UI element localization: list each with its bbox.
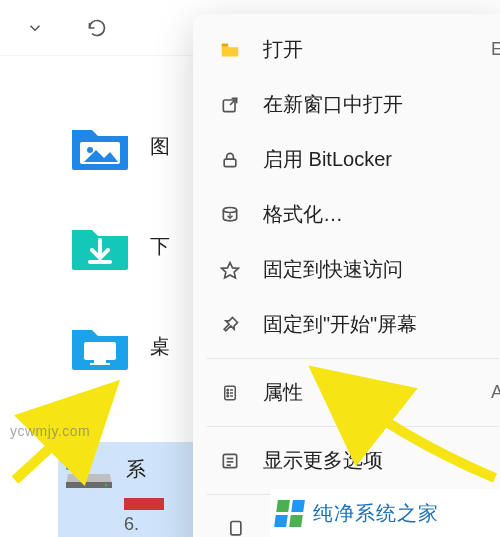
item-downloads[interactable]: 下 [70, 220, 190, 272]
menu-show-more[interactable]: 显示更多选项 [193, 433, 500, 488]
pin-icon [219, 314, 241, 336]
pictures-folder-icon [70, 120, 130, 172]
menu-format[interactable]: 格式化… [193, 187, 500, 242]
more-options-icon [219, 450, 241, 472]
menu-separator [207, 358, 499, 359]
drive-label: 系 [126, 456, 146, 483]
svg-rect-10 [77, 461, 83, 467]
svg-point-21 [227, 392, 229, 394]
svg-point-16 [223, 207, 236, 212]
downloads-folder-icon [70, 220, 130, 272]
menu-open-new-window[interactable]: 在新窗口中打开 [193, 77, 500, 132]
drive-item[interactable]: 系 6. [58, 442, 193, 537]
refresh-icon[interactable] [86, 17, 108, 39]
svg-marker-17 [222, 262, 239, 277]
menu-label: 在新窗口中打开 [263, 91, 487, 118]
menu-label: 固定到快速访问 [263, 256, 487, 283]
svg-rect-5 [90, 363, 110, 365]
format-icon [219, 204, 241, 226]
menu-pin-start[interactable]: 固定到"开始"屏幕 [193, 297, 500, 352]
menu-label: 打开 [263, 36, 487, 63]
svg-point-23 [227, 395, 229, 397]
properties-icon [219, 382, 241, 404]
svg-rect-15 [224, 159, 236, 167]
context-menu: 打开 E 在新窗口中打开 启用 BitLocker 格式化… 固定到快速访问 固… [193, 14, 500, 537]
menu-label: 启用 BitLocker [263, 146, 487, 173]
svg-rect-9 [69, 461, 75, 467]
folder-open-icon [219, 39, 241, 61]
menu-label: 格式化… [263, 201, 487, 228]
svg-point-1 [87, 147, 93, 153]
menu-accel: A [491, 382, 500, 403]
item-label: 桌 [150, 333, 170, 360]
item-label: 图 [150, 133, 170, 160]
item-label: 下 [150, 233, 170, 260]
file-items: 图 下 桌 [70, 120, 190, 420]
svg-rect-3 [84, 342, 116, 360]
menu-label: 固定到"开始"屏幕 [263, 311, 487, 338]
menu-accel: E [491, 39, 500, 60]
menu-label: 显示更多选项 [263, 447, 487, 474]
item-desktop[interactable]: 桌 [70, 320, 190, 372]
copy-icon[interactable] [223, 517, 247, 537]
svg-point-19 [227, 389, 229, 391]
bitlocker-icon [219, 149, 241, 171]
drive-subtext: 6. [124, 514, 187, 535]
menu-bitlocker[interactable]: 启用 BitLocker [193, 132, 500, 187]
menu-properties[interactable]: 属性 A [193, 365, 500, 420]
menu-open[interactable]: 打开 E [193, 22, 500, 77]
svg-rect-4 [94, 360, 106, 363]
svg-rect-13 [222, 43, 228, 46]
menu-pin-quick-access[interactable]: 固定到快速访问 [193, 242, 500, 297]
open-new-window-icon [219, 94, 241, 116]
brand-logo-icon [274, 500, 305, 527]
drive-icon [64, 448, 114, 490]
watermark: ycwmjy.com [10, 423, 90, 439]
svg-rect-8 [77, 453, 83, 459]
item-pictures[interactable]: 图 [70, 120, 190, 172]
svg-rect-29 [231, 522, 241, 535]
svg-rect-7 [69, 453, 75, 459]
menu-label: 属性 [263, 379, 487, 406]
star-icon [219, 259, 241, 281]
desktop-folder-icon [70, 320, 130, 372]
svg-point-12 [105, 484, 108, 487]
menu-separator [207, 426, 499, 427]
brand-badge: 纯净系统之家 [270, 489, 500, 537]
chevron-down-icon[interactable] [24, 17, 46, 39]
brand-text: 纯净系统之家 [313, 500, 439, 527]
drive-usage-bar [124, 498, 164, 510]
